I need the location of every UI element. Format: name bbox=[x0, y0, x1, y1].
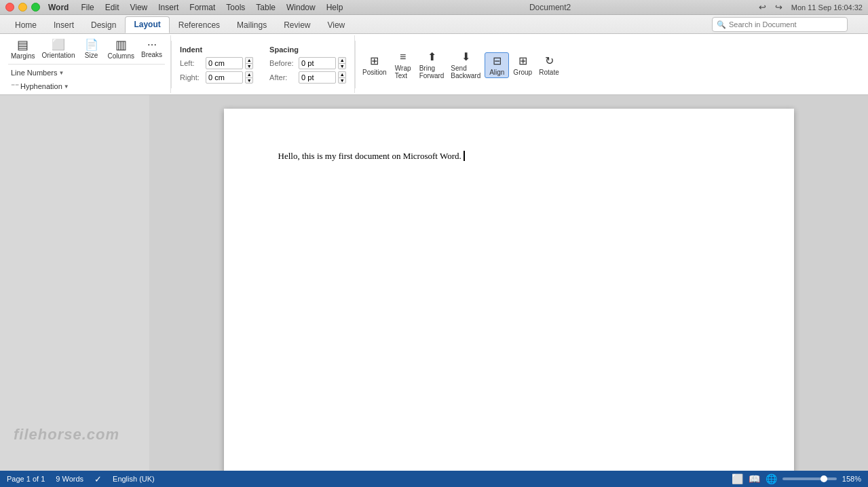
position-button[interactable]: ⊞ Position bbox=[360, 53, 390, 77]
menu-edit[interactable]: Edit bbox=[104, 3, 121, 12]
search-icon: 🔍 bbox=[717, 20, 726, 29]
group-button[interactable]: ⊞ Group bbox=[510, 53, 535, 77]
hyphenation-button[interactable]: ⁻⁻ Hyphenation ▼ bbox=[8, 80, 165, 92]
group-icon: ⊞ bbox=[518, 54, 527, 67]
indent-right-up[interactable]: ▲ bbox=[245, 71, 253, 77]
send-backward-label: SendBackward bbox=[451, 65, 480, 79]
titlebar-right: ↩ ↪ Mon 11 Sep 16:04:32 bbox=[756, 1, 863, 14]
maximize-button[interactable] bbox=[31, 3, 40, 12]
menu-format[interactable]: Format bbox=[188, 3, 216, 12]
orientation-icon: ⬜ bbox=[52, 39, 65, 50]
menu-tools[interactable]: Tools bbox=[225, 3, 246, 12]
spacing-before-label: Before: bbox=[269, 59, 297, 67]
tab-home[interactable]: Home bbox=[7, 18, 45, 33]
indent-right-down[interactable]: ▼ bbox=[245, 77, 253, 84]
menu-file[interactable]: File bbox=[79, 3, 95, 12]
size-icon: 📄 bbox=[85, 39, 98, 50]
layout-view-icon[interactable]: ⬜ bbox=[732, 473, 743, 484]
send-backward-button[interactable]: ⬇ SendBackward bbox=[448, 49, 483, 81]
tab-design[interactable]: Design bbox=[83, 18, 124, 33]
orientation-label: Orientation bbox=[42, 52, 75, 59]
wrap-text-button[interactable]: ≡ WrapText bbox=[391, 50, 415, 81]
zoom-thumb bbox=[820, 475, 827, 482]
page-setup-group: ▤ Margins ⬜ Orientation 📄 Size ▥ Columns… bbox=[3, 35, 171, 93]
breaks-label: Breaks bbox=[141, 51, 162, 58]
spacing-before-down[interactable]: ▼ bbox=[338, 63, 346, 69]
indent-right-row: Right: ▲ ▼ bbox=[180, 71, 253, 84]
spell-check-icon: ✓ bbox=[94, 474, 102, 484]
spacing-after-row: After: ▲ ▼ bbox=[269, 71, 346, 84]
spacing-after-label: After: bbox=[269, 73, 297, 82]
statusbar: Page 1 of 1 9 Words ✓ English (UK) ⬜ 📖 🌐… bbox=[0, 471, 868, 487]
tab-mailings[interactable]: Mailings bbox=[229, 18, 275, 33]
size-button[interactable]: 📄 Size bbox=[79, 38, 104, 60]
indent-left-spinner: ▲ ▼ bbox=[245, 57, 253, 69]
tab-references[interactable]: References bbox=[170, 18, 228, 33]
tab-layout[interactable]: Layout bbox=[125, 16, 169, 33]
redo-button[interactable]: ↪ bbox=[772, 1, 786, 14]
spacing-before-spinner: ▲ ▼ bbox=[338, 57, 346, 69]
align-button[interactable]: ⊟ Align bbox=[485, 52, 509, 78]
indent-left-down[interactable]: ▼ bbox=[245, 63, 253, 69]
indent-left-label: Left: bbox=[180, 59, 204, 67]
orientation-button[interactable]: ⬜ Orientation bbox=[39, 38, 78, 60]
zoom-slider[interactable] bbox=[782, 477, 837, 480]
rotate-button[interactable]: ↻ Rotate bbox=[536, 53, 561, 77]
document-area: filehorse.com Hello, this is my first do… bbox=[0, 95, 868, 471]
spacing-after-input[interactable] bbox=[299, 71, 336, 84]
align-label: Align bbox=[489, 69, 504, 76]
bring-forward-icon: ⬆ bbox=[428, 50, 436, 63]
breaks-button[interactable]: ⋯ Breaks bbox=[138, 39, 165, 60]
spacing-block: Spacing Before: ▲ ▼ After: ▲ ▼ bbox=[269, 46, 346, 84]
group-label: Group bbox=[513, 69, 532, 76]
search-bar[interactable]: 🔍 bbox=[712, 17, 848, 32]
menu-view[interactable]: View bbox=[128, 3, 149, 12]
app-name: Word bbox=[48, 3, 69, 12]
indent-block: Indent Left: ▲ ▼ Right: ▲ ▼ bbox=[180, 46, 253, 84]
indent-right-spinner: ▲ ▼ bbox=[245, 71, 253, 84]
document-page: Hello, this is my first document on Micr… bbox=[224, 109, 794, 471]
columns-button[interactable]: ▥ Columns bbox=[105, 37, 137, 61]
spacing-after-up[interactable]: ▲ bbox=[338, 71, 346, 77]
margins-label: Margins bbox=[11, 52, 35, 60]
indent-left-input[interactable] bbox=[206, 57, 243, 69]
zoom-level: 158% bbox=[842, 475, 861, 483]
margins-button[interactable]: ▤ Margins bbox=[8, 37, 38, 61]
spacing-after-down[interactable]: ▼ bbox=[338, 77, 346, 84]
statusbar-right: ⬜ 📖 🌐 158% bbox=[732, 473, 861, 484]
indent-right-input[interactable] bbox=[206, 71, 243, 84]
web-view-icon[interactable]: 🌐 bbox=[766, 473, 777, 484]
read-view-icon[interactable]: 📖 bbox=[749, 473, 760, 484]
undo-button[interactable]: ↩ bbox=[756, 1, 770, 14]
bring-forward-button[interactable]: ⬆ BringForward bbox=[417, 49, 447, 81]
send-backward-icon: ⬇ bbox=[461, 50, 470, 63]
minimize-button[interactable] bbox=[18, 3, 27, 12]
rotate-icon: ↻ bbox=[545, 54, 554, 67]
line-numbers-button[interactable]: Line Numbers ▼ bbox=[8, 67, 165, 78]
menu-bar: File Edit View Insert Format Tools Table… bbox=[79, 3, 344, 12]
document-text: Hello, this is my first document on Micr… bbox=[278, 151, 461, 161]
tab-insert[interactable]: Insert bbox=[45, 18, 82, 33]
spacing-heading: Spacing bbox=[269, 46, 346, 54]
word-count: 9 Words bbox=[56, 475, 83, 483]
document-content[interactable]: Hello, this is my first document on Micr… bbox=[278, 149, 740, 163]
indent-left-up[interactable]: ▲ bbox=[245, 57, 253, 63]
search-input[interactable] bbox=[729, 20, 843, 29]
language: English (UK) bbox=[113, 475, 155, 483]
spacing-before-input[interactable] bbox=[299, 57, 336, 69]
arrange-group: ⊞ Position ≡ WrapText ⬆ BringForward ⬇ S… bbox=[356, 35, 566, 93]
tab-review[interactable]: Review bbox=[276, 18, 318, 33]
columns-label: Columns bbox=[108, 52, 134, 60]
hyphenation-label: Hyphenation bbox=[20, 82, 62, 90]
spacing-before-up[interactable]: ▲ bbox=[338, 57, 346, 63]
menu-insert[interactable]: Insert bbox=[157, 3, 180, 12]
close-button[interactable] bbox=[5, 3, 14, 12]
tab-view[interactable]: View bbox=[319, 18, 353, 33]
menu-help[interactable]: Help bbox=[325, 3, 345, 12]
bring-forward-label: BringForward bbox=[419, 65, 445, 79]
menu-window[interactable]: Window bbox=[285, 3, 317, 12]
line-numbers-dropdown-icon: ▼ bbox=[58, 70, 64, 76]
indent-right-label: Right: bbox=[180, 73, 204, 82]
menu-table[interactable]: Table bbox=[254, 3, 277, 12]
rotate-label: Rotate bbox=[539, 69, 559, 76]
